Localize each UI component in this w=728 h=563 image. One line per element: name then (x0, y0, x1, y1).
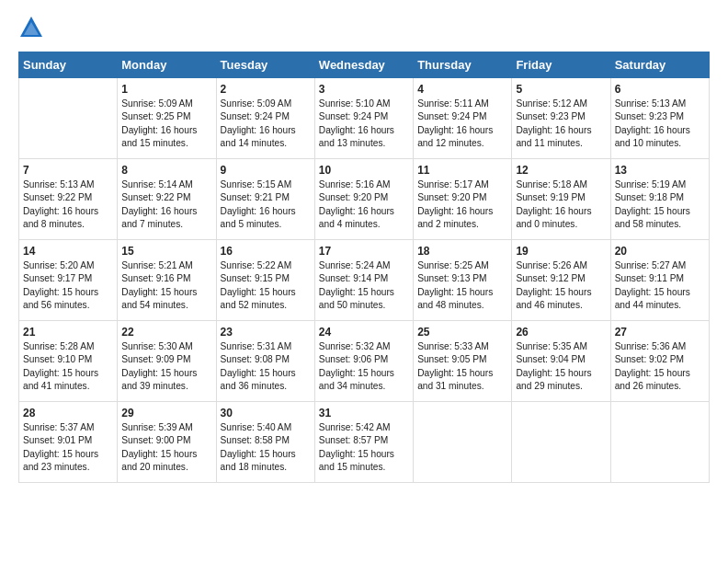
day-info: Sunrise: 5:17 AM Sunset: 9:20 PM Dayligh… (417, 178, 507, 231)
day-info: Sunrise: 5:16 AM Sunset: 9:20 PM Dayligh… (319, 178, 409, 231)
calendar-cell (512, 402, 610, 483)
day-number: 26 (516, 326, 606, 339)
day-number: 1 (121, 83, 211, 96)
day-info: Sunrise: 5:35 AM Sunset: 9:04 PM Dayligh… (516, 340, 606, 393)
day-number: 24 (319, 326, 409, 339)
day-number: 22 (121, 326, 211, 339)
day-number: 25 (417, 326, 507, 339)
day-info: Sunrise: 5:25 AM Sunset: 9:13 PM Dayligh… (417, 259, 507, 312)
day-number: 31 (319, 407, 409, 419)
calendar-cell: 6Sunrise: 5:13 AM Sunset: 9:23 PM Daylig… (610, 78, 709, 159)
day-info: Sunrise: 5:15 AM Sunset: 9:21 PM Dayligh… (221, 178, 311, 231)
day-info: Sunrise: 5:20 AM Sunset: 9:17 PM Dayligh… (23, 259, 113, 312)
calendar-cell: 25Sunrise: 5:33 AM Sunset: 9:05 PM Dayli… (414, 321, 512, 402)
day-info: Sunrise: 5:30 AM Sunset: 9:09 PM Dayligh… (121, 340, 211, 393)
day-info: Sunrise: 5:10 AM Sunset: 9:24 PM Dayligh… (319, 98, 409, 150)
day-info: Sunrise: 5:21 AM Sunset: 9:16 PM Dayligh… (121, 259, 211, 312)
day-number: 12 (516, 164, 606, 177)
day-number: 28 (23, 407, 113, 419)
calendar-cell (19, 78, 118, 159)
day-number: 13 (615, 164, 705, 177)
day-info: Sunrise: 5:40 AM Sunset: 8:58 PM Dayligh… (221, 421, 311, 474)
day-info: Sunrise: 5:19 AM Sunset: 9:18 PM Dayligh… (615, 178, 705, 231)
day-info: Sunrise: 5:36 AM Sunset: 9:02 PM Dayligh… (615, 340, 705, 393)
calendar-cell: 24Sunrise: 5:32 AM Sunset: 9:06 PM Dayli… (314, 321, 413, 402)
day-info: Sunrise: 5:27 AM Sunset: 9:11 PM Dayligh… (615, 259, 705, 312)
day-number: 30 (221, 407, 311, 419)
calendar-cell: 17Sunrise: 5:24 AM Sunset: 9:14 PM Dayli… (314, 240, 413, 321)
day-info: Sunrise: 5:13 AM Sunset: 9:22 PM Dayligh… (23, 178, 113, 231)
day-number: 2 (221, 83, 311, 96)
calendar-cell: 3Sunrise: 5:10 AM Sunset: 9:24 PM Daylig… (314, 78, 413, 159)
day-info: Sunrise: 5:09 AM Sunset: 9:24 PM Dayligh… (221, 98, 311, 150)
weekday-header: Saturday (610, 52, 709, 78)
calendar-cell: 19Sunrise: 5:26 AM Sunset: 9:12 PM Dayli… (512, 240, 610, 321)
calendar-week-row: 21Sunrise: 5:28 AM Sunset: 9:10 PM Dayli… (19, 321, 710, 402)
calendar-cell: 21Sunrise: 5:28 AM Sunset: 9:10 PM Dayli… (19, 321, 118, 402)
calendar-cell: 16Sunrise: 5:22 AM Sunset: 9:15 PM Dayli… (216, 240, 314, 321)
calendar-cell: 20Sunrise: 5:27 AM Sunset: 9:11 PM Dayli… (610, 240, 709, 321)
calendar-cell: 4Sunrise: 5:11 AM Sunset: 9:24 PM Daylig… (414, 78, 512, 159)
calendar-cell: 15Sunrise: 5:21 AM Sunset: 9:16 PM Dayli… (118, 240, 216, 321)
day-number: 18 (417, 245, 507, 258)
day-number: 17 (319, 245, 409, 258)
calendar-table: SundayMondayTuesdayWednesdayThursdayFrid… (18, 52, 710, 483)
calendar-week-row: 7Sunrise: 5:13 AM Sunset: 9:22 PM Daylig… (19, 159, 710, 240)
weekday-header: Wednesday (314, 52, 413, 78)
weekday-header: Tuesday (216, 52, 314, 78)
calendar-cell: 2Sunrise: 5:09 AM Sunset: 9:24 PM Daylig… (216, 78, 314, 159)
calendar-cell: 14Sunrise: 5:20 AM Sunset: 9:17 PM Dayli… (19, 240, 118, 321)
day-number: 11 (417, 164, 507, 177)
calendar-cell: 7Sunrise: 5:13 AM Sunset: 9:22 PM Daylig… (19, 159, 118, 240)
calendar-cell: 9Sunrise: 5:15 AM Sunset: 9:21 PM Daylig… (216, 159, 314, 240)
day-number: 10 (319, 164, 409, 177)
calendar-cell: 22Sunrise: 5:30 AM Sunset: 9:09 PM Dayli… (118, 321, 216, 402)
calendar-cell: 11Sunrise: 5:17 AM Sunset: 9:20 PM Dayli… (414, 159, 512, 240)
day-number: 6 (615, 83, 705, 96)
calendar-cell: 27Sunrise: 5:36 AM Sunset: 9:02 PM Dayli… (610, 321, 709, 402)
calendar-cell: 31Sunrise: 5:42 AM Sunset: 8:57 PM Dayli… (314, 402, 413, 483)
calendar-cell: 23Sunrise: 5:31 AM Sunset: 9:08 PM Dayli… (216, 321, 314, 402)
day-info: Sunrise: 5:18 AM Sunset: 9:19 PM Dayligh… (516, 178, 606, 231)
calendar-cell: 13Sunrise: 5:19 AM Sunset: 9:18 PM Dayli… (610, 159, 709, 240)
day-number: 23 (221, 326, 311, 339)
logo-icon (18, 15, 44, 40)
day-info: Sunrise: 5:39 AM Sunset: 9:00 PM Dayligh… (121, 421, 211, 474)
day-number: 5 (516, 83, 606, 96)
day-number: 15 (121, 245, 211, 258)
calendar-week-row: 14Sunrise: 5:20 AM Sunset: 9:17 PM Dayli… (19, 240, 710, 321)
day-number: 21 (23, 326, 113, 339)
calendar-cell: 29Sunrise: 5:39 AM Sunset: 9:00 PM Dayli… (118, 402, 216, 483)
calendar-week-row: 28Sunrise: 5:37 AM Sunset: 9:01 PM Dayli… (19, 402, 710, 483)
day-info: Sunrise: 5:09 AM Sunset: 9:25 PM Dayligh… (121, 98, 211, 150)
calendar-week-row: 1Sunrise: 5:09 AM Sunset: 9:25 PM Daylig… (19, 78, 710, 159)
calendar-cell (414, 402, 512, 483)
day-info: Sunrise: 5:14 AM Sunset: 9:22 PM Dayligh… (121, 178, 211, 231)
calendar-cell: 12Sunrise: 5:18 AM Sunset: 9:19 PM Dayli… (512, 159, 610, 240)
day-number: 4 (417, 83, 507, 96)
calendar-cell: 1Sunrise: 5:09 AM Sunset: 9:25 PM Daylig… (118, 78, 216, 159)
day-info: Sunrise: 5:33 AM Sunset: 9:05 PM Dayligh… (417, 340, 507, 393)
calendar-cell: 30Sunrise: 5:40 AM Sunset: 8:58 PM Dayli… (216, 402, 314, 483)
calendar-cell: 26Sunrise: 5:35 AM Sunset: 9:04 PM Dayli… (512, 321, 610, 402)
day-number: 7 (23, 164, 113, 177)
day-number: 9 (221, 164, 311, 177)
day-info: Sunrise: 5:42 AM Sunset: 8:57 PM Dayligh… (319, 421, 409, 474)
day-number: 29 (121, 407, 211, 419)
calendar-header-row: SundayMondayTuesdayWednesdayThursdayFrid… (19, 52, 710, 78)
day-number: 27 (615, 326, 705, 339)
weekday-header: Thursday (414, 52, 512, 78)
calendar-cell: 8Sunrise: 5:14 AM Sunset: 9:22 PM Daylig… (118, 159, 216, 240)
page-header (18, 15, 710, 40)
day-info: Sunrise: 5:31 AM Sunset: 9:08 PM Dayligh… (221, 340, 311, 393)
day-number: 16 (221, 245, 311, 258)
calendar-cell: 5Sunrise: 5:12 AM Sunset: 9:23 PM Daylig… (512, 78, 610, 159)
day-info: Sunrise: 5:37 AM Sunset: 9:01 PM Dayligh… (23, 421, 113, 474)
day-info: Sunrise: 5:32 AM Sunset: 9:06 PM Dayligh… (319, 340, 409, 393)
calendar-cell (610, 402, 709, 483)
weekday-header: Friday (512, 52, 610, 78)
logo (18, 15, 46, 40)
day-info: Sunrise: 5:11 AM Sunset: 9:24 PM Dayligh… (417, 98, 507, 150)
day-info: Sunrise: 5:24 AM Sunset: 9:14 PM Dayligh… (319, 259, 409, 312)
calendar-cell: 18Sunrise: 5:25 AM Sunset: 9:13 PM Dayli… (414, 240, 512, 321)
